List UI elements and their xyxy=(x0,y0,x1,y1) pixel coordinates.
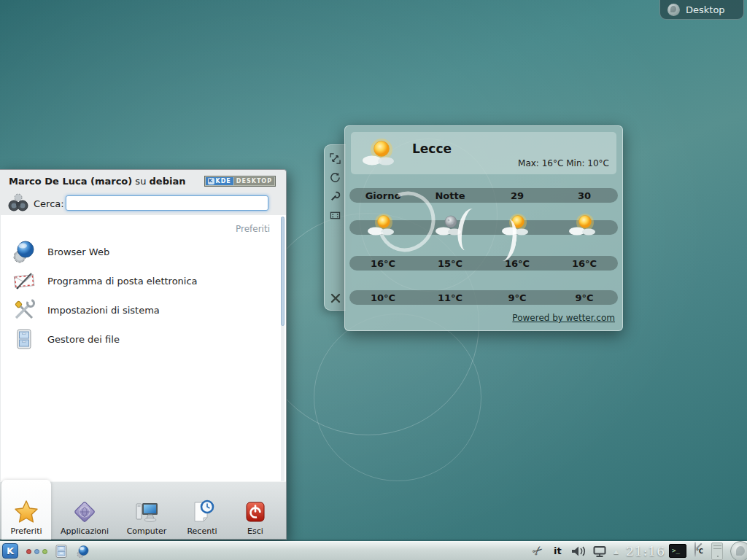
tab-label: Esci xyxy=(247,526,263,536)
day-temp: 16°C xyxy=(484,256,551,271)
list-item-label: Gestore dei file xyxy=(47,334,120,345)
tab-label: Computer xyxy=(127,526,167,536)
user-name: Marco De Luca (marco) xyxy=(9,176,132,187)
crossed-tools-icon xyxy=(12,298,36,322)
globe-gear-icon xyxy=(76,545,90,559)
cashew-swirl-icon xyxy=(667,4,680,16)
list-item-label: Browser Web xyxy=(47,246,109,257)
column-header: 29 xyxy=(484,188,551,203)
clipboard-scissors-icon[interactable]: ✂ xyxy=(529,542,546,559)
night-temp: 10°C xyxy=(349,290,417,305)
globe-gear-icon xyxy=(12,239,36,264)
list-item-browser-web[interactable]: Browser Web xyxy=(1,237,286,266)
close-icon[interactable] xyxy=(329,292,341,304)
tab-applicazioni[interactable]: Applicazioni xyxy=(54,482,115,540)
column-header: Notte xyxy=(417,188,484,203)
blue-dot-icon xyxy=(34,549,39,554)
panel-spacer[interactable] xyxy=(711,542,723,560)
volume-icon[interactable] xyxy=(570,545,587,557)
moon-cloud-icon xyxy=(433,212,467,238)
search-label: Cerca: xyxy=(34,198,64,209)
weather-maxmin: Max: 16°C Min: 10°C xyxy=(518,158,609,168)
digital-clock[interactable]: 21:16 xyxy=(626,544,665,559)
weather-header: Lecce Max: 16°C Min: 10°C xyxy=(351,132,616,174)
wallpaper-ring xyxy=(314,314,481,481)
tab-esci[interactable]: Esci xyxy=(229,482,282,540)
scrollbar[interactable] xyxy=(281,217,285,502)
list-item-label: Impostazioni di sistema xyxy=(47,305,160,316)
star-icon xyxy=(13,499,39,525)
desktop-toolbox-label: Desktop xyxy=(686,4,725,15)
day-temperatures-row: 16°C 15°C 16°C 16°C xyxy=(349,256,618,271)
kickoff-user-title: Marco De Luca (marco) su debian xyxy=(9,176,185,187)
file-cabinet-icon xyxy=(12,327,36,351)
tab-label: Recenti xyxy=(187,526,217,536)
kickoff-tab-bar: Preferiti Applicazioni Computer xyxy=(0,481,286,539)
widget-handle[interactable] xyxy=(324,144,346,311)
bottom-panel: K ✂ it ▲ 21:16 >_ °C xyxy=(0,541,747,560)
terminal-icon[interactable]: >_ xyxy=(669,544,686,558)
kde-menu-button[interactable]: K xyxy=(2,543,18,559)
desktop-toolbox[interactable]: Desktop xyxy=(659,0,744,20)
badge-kde-label: KDE xyxy=(216,178,231,184)
sun-cloud-icon xyxy=(500,212,534,238)
night-temp: 11°C xyxy=(417,290,484,305)
night-temperatures-row: 10°C 11°C 9°C 9°C xyxy=(349,290,618,305)
sun-cloud-icon xyxy=(360,136,402,170)
search-input[interactable] xyxy=(66,195,268,211)
rotate-icon[interactable] xyxy=(329,171,341,184)
forecast-icons-row xyxy=(349,220,618,235)
sun-cloud-icon xyxy=(568,212,601,238)
column-header: 30 xyxy=(551,188,618,203)
favorites-list: Preferiti Browser Web xyxy=(1,215,286,505)
quicklaunch-dots[interactable] xyxy=(26,549,47,554)
tab-recenti[interactable]: Recenti xyxy=(178,482,226,540)
badge-desktop-label: DESKTOP xyxy=(234,177,274,185)
resize-icon[interactable] xyxy=(329,152,341,165)
kde-gear-icon: K xyxy=(208,178,214,184)
column-header: Giorno xyxy=(349,188,417,203)
computer-monitor-icon xyxy=(133,499,160,525)
wetter-credit-link[interactable]: Powered by wetter.com xyxy=(512,313,615,323)
host-name: debian xyxy=(150,176,186,187)
red-dot-icon xyxy=(26,549,31,554)
tab-computer[interactable]: Computer xyxy=(118,482,175,540)
night-temp: 9°C xyxy=(484,290,551,305)
tab-label: Preferiti xyxy=(10,526,42,536)
list-item-mail[interactable]: Programma di posta elettronica xyxy=(1,266,286,295)
section-label: Preferiti xyxy=(236,224,270,234)
power-button-icon xyxy=(242,499,268,525)
weather-tray-icon[interactable]: °C xyxy=(692,542,706,556)
configure-wrench-icon[interactable] xyxy=(329,190,341,203)
web-browser-launcher[interactable] xyxy=(76,545,90,559)
settings-grid-icon[interactable] xyxy=(329,209,341,222)
binoculars-icon xyxy=(7,192,29,214)
celsius-label: °C xyxy=(696,548,703,555)
day-temp: 16°C xyxy=(551,256,618,271)
mail-envelope-pen-icon xyxy=(12,268,36,293)
tab-label: Applicazioni xyxy=(61,526,109,536)
list-item-file-manager[interactable]: Gestore dei file xyxy=(1,324,286,354)
scrollbar-thumb[interactable] xyxy=(281,217,285,326)
day-temp: 16°C xyxy=(349,256,417,271)
document-clock-icon xyxy=(189,499,215,525)
search-row: Cerca: xyxy=(0,192,286,215)
green-dot-icon xyxy=(42,549,47,554)
list-item-system-settings[interactable]: Impostazioni di sistema xyxy=(1,295,286,324)
kickoff-menu: Marco De Luca (marco) su debian KKDE DES… xyxy=(0,169,287,540)
tray-expand-icon[interactable]: ▲ xyxy=(614,548,619,555)
keyboard-layout-indicator[interactable]: it xyxy=(554,545,562,556)
list-item-label: Programma di posta elettronica xyxy=(47,276,198,287)
title-connector: su xyxy=(135,176,146,187)
network-monitor-icon[interactable] xyxy=(592,545,607,558)
purple-diamond-icon xyxy=(71,499,98,525)
weather-widget[interactable]: Lecce Max: 16°C Min: 10°C Giorno Notte 2… xyxy=(344,125,623,331)
kde-desktop-badge: KKDE DESKTOP xyxy=(204,176,276,187)
sun-cloud-icon xyxy=(366,212,400,238)
tab-preferiti[interactable]: Preferiti xyxy=(1,480,51,540)
night-temp: 9°C xyxy=(551,290,618,305)
file-manager-launcher[interactable] xyxy=(54,544,69,559)
weather-city: Lecce xyxy=(412,141,452,156)
day-temp: 15°C xyxy=(417,256,484,271)
panel-toolbox-cashew[interactable] xyxy=(730,541,747,560)
